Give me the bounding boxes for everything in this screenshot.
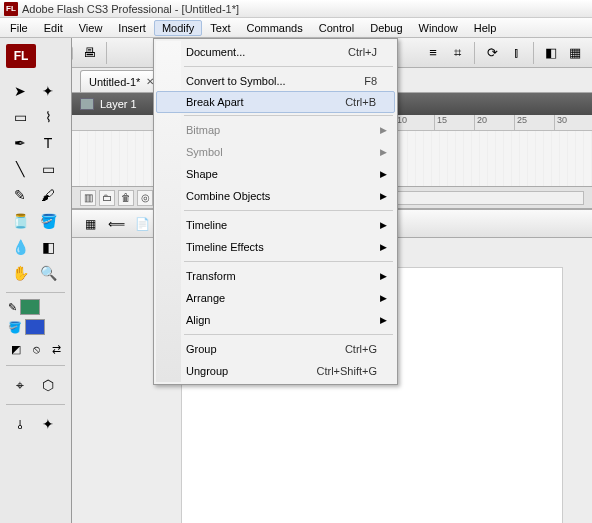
document-tab[interactable]: Untitled-1* ✕ [80, 70, 163, 92]
menu-item-label: Ungroup [186, 365, 228, 377]
menu-window[interactable]: Window [411, 20, 466, 36]
menu-separator [184, 66, 393, 67]
menu-modify[interactable]: Modify [154, 20, 202, 36]
menu-item-break-apart[interactable]: Break ApartCtrl+B [156, 91, 395, 113]
ruler-tick: 15 [434, 115, 447, 131]
text-tool-icon[interactable]: T [36, 132, 60, 154]
onion-skin-icon[interactable]: ◎ [137, 190, 153, 206]
brush-tool-icon[interactable]: 🖌 [36, 184, 60, 206]
menu-item-label: Break Apart [186, 96, 243, 108]
menu-edit[interactable]: Edit [36, 20, 71, 36]
menu-item-combine-objects[interactable]: Combine Objects▶ [156, 185, 395, 207]
app-icon: FL [4, 2, 18, 16]
ruler-tick: 25 [514, 115, 527, 131]
menu-item-transform[interactable]: Transform▶ [156, 265, 395, 287]
zoom-tool-icon[interactable]: 🔍 [36, 262, 60, 284]
layer-icon [80, 98, 94, 110]
free-transform-tool-icon[interactable]: ▭ [8, 106, 32, 128]
tools-panel: FL ➤ ✦ ▭ ⌇ ✒ T ╲ ▭ ✎ 🖌 🫙 🪣 💧 ◧ ✋ 🔍 ✎ 🪣 ◩… [0, 38, 72, 523]
hand-tool-icon[interactable]: ✋ [8, 262, 32, 284]
pencil-indicator-icon: ✎ [8, 301, 17, 314]
menu-item-shortcut: F8 [364, 75, 377, 87]
menu-item-convert-to-symbol[interactable]: Convert to Symbol...F8 [156, 70, 395, 92]
menu-item-timeline[interactable]: Timeline▶ [156, 214, 395, 236]
distribute-icon[interactable]: ⫿ [505, 42, 527, 64]
layer-name: Layer 1 [100, 98, 137, 110]
pencil-tool-icon[interactable]: ✎ [8, 184, 32, 206]
menu-item-shortcut: Ctrl+B [345, 96, 376, 108]
menu-text[interactable]: Text [202, 20, 238, 36]
rectangle-tool-icon[interactable]: ▭ [36, 158, 60, 180]
submenu-arrow-icon: ▶ [380, 220, 387, 230]
submenu-arrow-icon: ▶ [380, 147, 387, 157]
snap-icon[interactable]: ⌗ [446, 42, 468, 64]
selection-tool-icon[interactable]: ➤ [8, 80, 32, 102]
menu-commands[interactable]: Commands [238, 20, 310, 36]
menu-control[interactable]: Control [311, 20, 362, 36]
fill-swatch[interactable] [25, 319, 45, 335]
new-folder-icon[interactable]: 🗀 [99, 190, 115, 206]
menu-item-label: Transform [186, 270, 236, 282]
option-b-icon[interactable]: ✦ [36, 413, 60, 435]
stroke-swatch[interactable] [20, 299, 40, 315]
menu-item-arrange[interactable]: Arrange▶ [156, 287, 395, 309]
snap-option-icon[interactable]: ⌖ [8, 374, 32, 396]
stroke-color-control[interactable]: ✎ [0, 297, 71, 317]
menu-item-group[interactable]: GroupCtrl+G [156, 338, 395, 360]
fill-color-control[interactable]: 🪣 [0, 317, 71, 337]
menu-view[interactable]: View [71, 20, 111, 36]
submenu-arrow-icon: ▶ [380, 315, 387, 325]
no-color-icon[interactable]: ⦸ [28, 341, 44, 357]
title-bar: FL Adobe Flash CS3 Professional - [Untit… [0, 0, 592, 18]
rotate-icon[interactable]: ⟳ [481, 42, 503, 64]
bucket-indicator-icon: 🪣 [8, 321, 22, 334]
menu-item-shape[interactable]: Shape▶ [156, 163, 395, 185]
menu-help[interactable]: Help [466, 20, 505, 36]
submenu-arrow-icon: ▶ [380, 169, 387, 179]
ink-bottle-tool-icon[interactable]: 🫙 [8, 210, 32, 232]
menu-insert[interactable]: Insert [110, 20, 154, 36]
paint-bucket-tool-icon[interactable]: 🪣 [36, 210, 60, 232]
menu-item-label: Shape [186, 168, 218, 180]
swap-colors-icon[interactable]: ⇄ [48, 341, 64, 357]
menu-item-label: Align [186, 314, 210, 326]
new-layer-icon[interactable]: ▥ [80, 190, 96, 206]
toolbar-extra-1-icon[interactable]: ◧ [540, 42, 562, 64]
scene-nav-icon[interactable]: ▦ [80, 214, 100, 234]
menu-item-label: Symbol [186, 146, 223, 158]
submenu-arrow-icon: ▶ [380, 271, 387, 281]
menu-item-symbol[interactable]: Symbol▶ [156, 141, 395, 163]
menu-item-label: Timeline [186, 219, 227, 231]
menu-item-align[interactable]: Align▶ [156, 309, 395, 331]
lasso-tool-icon[interactable]: ⌇ [36, 106, 60, 128]
subselection-tool-icon[interactable]: ✦ [36, 80, 60, 102]
align-icon[interactable]: ≡ [422, 42, 444, 64]
menu-item-label: Document... [186, 46, 245, 58]
menu-item-document[interactable]: Document...Ctrl+J [156, 41, 395, 63]
menu-item-label: Arrange [186, 292, 225, 304]
menu-item-label: Combine Objects [186, 190, 270, 202]
menu-file[interactable]: File [2, 20, 36, 36]
menu-item-bitmap[interactable]: Bitmap▶ [156, 119, 395, 141]
menu-separator [184, 261, 393, 262]
eraser-tool-icon[interactable]: ◧ [36, 236, 60, 258]
menu-item-timeline-effects[interactable]: Timeline Effects▶ [156, 236, 395, 258]
menu-separator [184, 210, 393, 211]
line-tool-icon[interactable]: ╲ [8, 158, 32, 180]
pen-tool-icon[interactable]: ✒ [8, 132, 32, 154]
scene-back-icon[interactable]: ⟸ [106, 214, 126, 234]
eyedropper-tool-icon[interactable]: 💧 [8, 236, 32, 258]
menu-separator [184, 115, 393, 116]
submenu-arrow-icon: ▶ [380, 191, 387, 201]
scene-list-icon[interactable]: 📄 [132, 214, 152, 234]
menu-item-label: Group [186, 343, 217, 355]
menu-debug[interactable]: Debug [362, 20, 410, 36]
menu-item-ungroup[interactable]: UngroupCtrl+Shift+G [156, 360, 395, 382]
black-white-icon[interactable]: ◩ [8, 341, 24, 357]
flash-badge-icon: FL [6, 44, 36, 68]
toolbar-extra-2-icon[interactable]: ▦ [564, 42, 586, 64]
smooth-option-icon[interactable]: ⬡ [36, 374, 60, 396]
delete-layer-icon[interactable]: 🗑 [118, 190, 134, 206]
print-icon[interactable]: 🖶 [78, 42, 100, 64]
option-a-icon[interactable]: ⫰ [8, 413, 32, 435]
